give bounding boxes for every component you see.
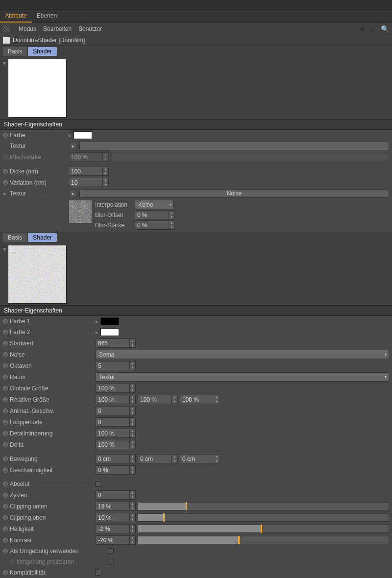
param-chip[interactable] xyxy=(3,341,8,346)
texture-slot-noise[interactable]: Noise xyxy=(79,189,389,198)
label-farbe1: Farbe 1 xyxy=(10,318,30,325)
subtab-shader-1[interactable]: Shader xyxy=(28,47,57,56)
menu-benutzer[interactable]: Benutzer xyxy=(78,25,102,32)
texture-picker-button-2[interactable]: ▸ xyxy=(69,189,77,198)
hell-slider[interactable] xyxy=(138,525,389,533)
stepper-up-icon[interactable]: ▲ xyxy=(103,167,108,171)
param-chip[interactable] xyxy=(3,468,8,473)
kontrast-slider[interactable] xyxy=(138,536,389,544)
delta-field[interactable]: ▲▼ xyxy=(96,440,136,449)
param-chip[interactable] xyxy=(3,330,8,335)
param-chip[interactable] xyxy=(3,409,8,413)
param-chip[interactable] xyxy=(3,397,8,402)
shader-preview-noise[interactable] xyxy=(8,245,67,304)
stepper-down-icon[interactable]: ▼ xyxy=(103,171,108,176)
param-chip[interactable] xyxy=(3,420,8,425)
label-noise: Noise xyxy=(10,351,25,358)
color-swatch-farbe2[interactable] xyxy=(100,328,119,336)
clip-u-slider[interactable] xyxy=(138,502,389,510)
param-chip[interactable] xyxy=(3,442,8,447)
label-variation: Variation (nm) xyxy=(10,179,46,186)
interpolation-dropdown[interactable]: Keine xyxy=(135,200,174,209)
nav-back-icon[interactable]: ◀ xyxy=(359,25,364,33)
param-chip[interactable] xyxy=(3,538,8,543)
startwert-field[interactable]: ▲▼ xyxy=(96,338,136,348)
noise-dropdown[interactable]: Sema xyxy=(96,350,389,359)
als-umgebung-checkbox[interactable] xyxy=(108,548,114,554)
expand-icon[interactable]: ▸ xyxy=(96,319,98,324)
label-globale-groesse: Globale Größe xyxy=(10,385,49,392)
param-chip[interactable] xyxy=(3,431,8,436)
rel-groesse-y[interactable]: ▲▼ xyxy=(138,395,178,404)
label-blur-offset: Blur-Offset xyxy=(95,212,132,218)
param-chip[interactable] xyxy=(3,493,8,498)
grid-icon[interactable] xyxy=(3,25,10,32)
detail-field[interactable]: ▲▼ xyxy=(96,429,136,438)
collapse-caret[interactable]: ▾ xyxy=(3,190,8,197)
param-chip[interactable] xyxy=(3,352,8,357)
texture-picker-button[interactable]: ▸ xyxy=(69,142,77,150)
oktaven-field[interactable]: ▲▼ xyxy=(96,361,136,370)
subtab-shader-2[interactable]: Shader xyxy=(28,233,57,242)
clip-o-field[interactable]: ▲▼ xyxy=(96,513,136,522)
param-chip[interactable] xyxy=(3,363,8,368)
param-chip[interactable] xyxy=(3,515,8,520)
expand-icon[interactable]: ▸ xyxy=(69,133,72,138)
param-chip[interactable] xyxy=(3,482,8,486)
tab-attribute[interactable]: Attribute xyxy=(0,10,32,23)
blur-offset-field[interactable]: ▲▼ xyxy=(135,210,175,219)
rel-groesse-z[interactable]: ▲▼ xyxy=(180,395,220,404)
param-chip[interactable] xyxy=(3,180,8,185)
bewegung-z[interactable]: ▲▼ xyxy=(180,454,220,463)
bewegung-y[interactable]: ▲▼ xyxy=(138,454,178,463)
param-chip[interactable] xyxy=(3,169,8,174)
param-chip[interactable] xyxy=(3,527,8,531)
param-chip[interactable] xyxy=(3,319,8,324)
menubar: Modus Bearbeiten Benutzer ◀ ▲ 🔍 xyxy=(0,23,392,35)
label-detailminderung: Detailminderung xyxy=(10,430,52,437)
subtab-basis-1[interactable]: Basis xyxy=(3,47,27,56)
clip-u-field[interactable]: ▲▼ xyxy=(96,502,136,511)
rel-groesse-x[interactable]: ▲▼ xyxy=(96,395,136,404)
dicke-field[interactable]: ▲▼ xyxy=(69,167,109,176)
subtabs-1: Basis Shader xyxy=(0,46,392,57)
search-icon[interactable]: 🔍 xyxy=(381,25,389,33)
tab-ebenen[interactable]: Ebenen xyxy=(32,10,62,23)
globale-groesse-field[interactable]: ▲▼ xyxy=(96,384,136,393)
menu-modus[interactable]: Modus xyxy=(19,25,36,32)
param-chip[interactable] xyxy=(3,504,8,509)
menu-bearbeiten[interactable]: Bearbeiten xyxy=(43,25,72,32)
collapse-caret[interactable]: ▾ xyxy=(3,245,8,304)
param-chip[interactable] xyxy=(3,133,8,138)
variation-field[interactable]: ▲▼ xyxy=(69,178,109,187)
param-chip[interactable] xyxy=(3,457,8,461)
kompat-checkbox[interactable] xyxy=(96,570,101,576)
param-chip[interactable] xyxy=(3,549,8,554)
expand-icon[interactable]: ▸ xyxy=(96,330,98,335)
color-swatch-farbe1[interactable] xyxy=(100,317,119,325)
zyklen-field[interactable]: ▲▼ xyxy=(96,490,136,500)
texture-slot-1[interactable] xyxy=(79,142,389,150)
absolut-checkbox[interactable] xyxy=(96,481,101,487)
label-absolut: Absolut xyxy=(10,481,29,487)
texture-thumbnail[interactable] xyxy=(69,200,92,223)
anim-geschw-field[interactable]: ▲▼ xyxy=(96,406,136,415)
collapse-caret[interactable]: ▾ xyxy=(3,59,8,118)
color-swatch-farbe[interactable] xyxy=(74,131,92,139)
blur-staerke-field[interactable]: ▲▼ xyxy=(135,220,175,230)
label-delta: Delta xyxy=(10,441,24,448)
kontrast-field[interactable]: ▲▼ xyxy=(96,535,136,545)
param-chip[interactable] xyxy=(3,386,8,391)
clip-o-slider[interactable] xyxy=(138,513,389,522)
loop-field[interactable]: ▲▼ xyxy=(96,417,136,427)
raum-dropdown[interactable]: Textur xyxy=(96,372,389,382)
nav-up-icon[interactable]: ▲ xyxy=(369,25,376,33)
shader-preview-white[interactable] xyxy=(8,59,67,118)
hell-field[interactable]: ▲▼ xyxy=(96,524,136,533)
bewegung-x[interactable]: ▲▼ xyxy=(96,454,136,463)
param-chip[interactable] xyxy=(3,375,8,380)
subtab-basis-2[interactable]: Basis xyxy=(3,233,27,242)
label-bewegung: Bewegung xyxy=(10,456,38,462)
param-chip[interactable] xyxy=(3,570,8,575)
geschw-field[interactable]: ▲▼ xyxy=(96,465,136,475)
